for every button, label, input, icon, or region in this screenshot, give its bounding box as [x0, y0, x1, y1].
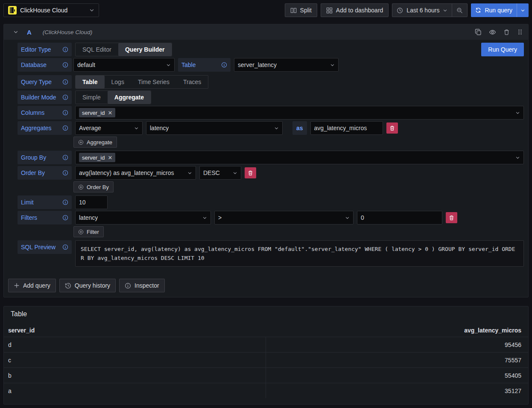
clickhouse-logo-icon: [8, 6, 17, 15]
chevron-down-icon: [274, 126, 279, 131]
zoom-out-icon: [456, 7, 463, 14]
limit-row: Limit: [18, 195, 524, 209]
panel-run-query-button[interactable]: Run Query: [481, 43, 524, 56]
run-query-label: Run query: [485, 7, 512, 14]
as-keyword-label: as: [292, 121, 307, 135]
group-by-row: Group By server_id ✕: [18, 151, 524, 164]
group-by-chip: server_id ✕: [79, 153, 115, 162]
group-by-multiselect[interactable]: server_id ✕: [75, 151, 524, 164]
aggregate-alias-input[interactable]: [310, 121, 383, 135]
remove-order-by-button[interactable]: [245, 167, 256, 178]
cell-avg-latency: 75557: [266, 353, 528, 367]
cell-server-id: d: [4, 337, 266, 352]
info-icon[interactable]: [62, 47, 68, 52]
query-history-button[interactable]: Query history: [59, 279, 116, 292]
database-select[interactable]: default: [73, 58, 175, 72]
cell-server-id: c: [4, 353, 266, 367]
chevron-down-icon: [515, 111, 520, 115]
info-icon[interactable]: [62, 244, 68, 250]
chevron-down-icon: [330, 63, 335, 67]
editor-type-row: Editor Type SQL Editor Query Builder Run…: [18, 43, 524, 56]
order-by-direction-select[interactable]: DESC: [199, 166, 241, 180]
chevron-down-icon: [89, 8, 94, 13]
filters-label: Filters: [18, 211, 72, 224]
filter-value-input[interactable]: [357, 211, 442, 224]
cell-server-id: b: [4, 368, 266, 383]
cell-avg-latency: 95456: [266, 337, 528, 352]
run-query-options-button[interactable]: [517, 3, 529, 17]
split-icon: [290, 7, 297, 14]
info-icon[interactable]: [221, 62, 227, 68]
duplicate-query-icon[interactable]: [475, 29, 482, 35]
builder-mode-label: Builder Mode: [18, 90, 72, 104]
info-icon[interactable]: [62, 154, 68, 160]
group-by-label: Group By: [18, 151, 72, 164]
time-picker-button[interactable]: Last 6 hours: [392, 4, 452, 17]
datasource-name: ClickHouse Cloud: [20, 7, 86, 14]
zoom-out-time-button[interactable]: [452, 4, 467, 17]
limit-input[interactable]: [75, 195, 108, 209]
cell-avg-latency: 35127: [266, 383, 528, 398]
cell-avg-latency: 55405: [266, 368, 528, 383]
table-label: Table: [178, 58, 231, 72]
table-row[interactable]: c 75557: [4, 352, 528, 367]
add-query-button[interactable]: Add query: [8, 279, 56, 292]
chevron-down-icon: [345, 216, 350, 220]
split-button[interactable]: Split: [285, 3, 317, 17]
query-type-traces-option[interactable]: Traces: [176, 76, 208, 88]
add-to-dashboard-button[interactable]: Add to dashboard: [321, 3, 389, 17]
query-type-switcher: Table Logs Time Series Traces: [75, 75, 208, 89]
info-icon[interactable]: [62, 79, 68, 85]
columns-row: Columns server_id ✕: [18, 106, 524, 119]
sql-editor-option[interactable]: SQL Editor: [76, 43, 118, 56]
sync-icon: [475, 7, 481, 13]
add-filter-button[interactable]: Filter: [73, 226, 104, 237]
query-type-logs-option[interactable]: Logs: [105, 76, 131, 88]
query-builder-option[interactable]: Query Builder: [118, 43, 172, 56]
info-icon[interactable]: [62, 215, 68, 221]
table-row[interactable]: a 35127: [4, 383, 528, 398]
query-type-table-option[interactable]: Table: [76, 76, 105, 88]
aggregate-column-select[interactable]: latency: [146, 121, 283, 135]
info-icon[interactable]: [62, 62, 68, 68]
builder-mode-simple-option[interactable]: Simple: [76, 91, 108, 104]
plus-circle-icon: [78, 229, 84, 235]
inspector-button[interactable]: Inspector: [119, 279, 165, 292]
info-icon[interactable]: [62, 125, 68, 131]
info-icon[interactable]: [62, 94, 68, 100]
builder-mode-aggregate-option[interactable]: Aggregate: [108, 91, 151, 104]
remove-chip-icon[interactable]: ✕: [108, 155, 112, 160]
info-icon[interactable]: [62, 170, 68, 176]
order-by-field-select[interactable]: avg(latency) as avg_latency_micros: [75, 166, 196, 180]
query-type-timeseries-option[interactable]: Time Series: [131, 76, 176, 88]
remove-query-trash-icon[interactable]: [503, 29, 510, 35]
add-aggregate-button[interactable]: Aggregate: [73, 137, 117, 148]
collapse-chevron-icon[interactable]: [13, 29, 18, 35]
chevron-down-icon: [187, 171, 192, 175]
run-query-button[interactable]: Run query: [471, 3, 517, 17]
info-icon[interactable]: [62, 110, 68, 116]
table-row[interactable]: d 95456: [4, 337, 528, 352]
aggregate-function-select[interactable]: Average: [75, 121, 143, 135]
columns-multiselect[interactable]: server_id ✕: [75, 106, 524, 119]
split-label: Split: [300, 7, 312, 14]
table-row[interactable]: b 55405: [4, 367, 528, 383]
remove-chip-icon[interactable]: ✕: [108, 110, 112, 116]
drag-handle-icon[interactable]: [517, 29, 523, 35]
column-header-server-id[interactable]: server_id: [4, 327, 266, 334]
chevron-down-icon: [166, 63, 171, 67]
info-icon[interactable]: [62, 199, 68, 205]
query-editor-footer: Add query Query history Inspector: [4, 268, 528, 297]
plus-icon: [14, 283, 20, 289]
remove-filter-button[interactable]: [446, 212, 457, 223]
hide-response-eye-icon[interactable]: [489, 29, 496, 36]
column-header-avg-latency[interactable]: avg_latency_micros: [266, 327, 528, 334]
table-select[interactable]: server_latency: [234, 58, 339, 72]
remove-aggregate-button[interactable]: [386, 122, 398, 134]
datasource-picker[interactable]: ClickHouse Cloud: [3, 3, 99, 17]
filter-operator-select[interactable]: >: [214, 211, 354, 224]
order-by-row: Order By avg(latency) as avg_latency_mic…: [18, 166, 524, 180]
filter-field-select[interactable]: latency: [75, 211, 211, 224]
add-order-by-button[interactable]: Order By: [73, 181, 114, 192]
explore-toolbar: ClickHouse Cloud Split Add to dashboard …: [0, 0, 532, 20]
